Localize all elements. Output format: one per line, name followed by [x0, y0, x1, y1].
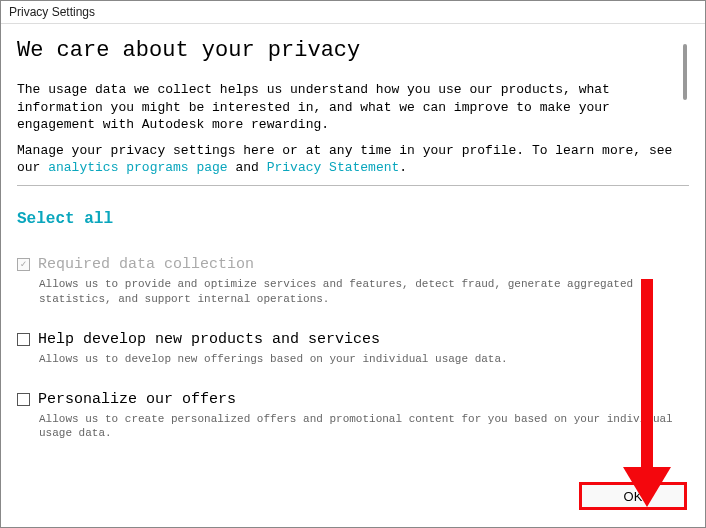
intro-scroll-region: We care about your privacy The usage dat… [17, 38, 689, 186]
analytics-programs-link[interactable]: analytics programs page [48, 160, 227, 175]
required-checkbox: ✓ [17, 258, 30, 271]
develop-title: Help develop new products and services [38, 331, 380, 348]
option-personalize: Personalize our offers Allows us to crea… [17, 391, 689, 442]
personalize-desc: Allows us to create personalized offers … [17, 412, 689, 442]
window-titlebar: Privacy Settings [1, 1, 705, 24]
intro-paragraph-2: Manage your privacy settings here or at … [17, 142, 689, 177]
personalize-checkbox[interactable] [17, 393, 30, 406]
select-all-link[interactable]: Select all [17, 210, 689, 228]
personalize-title: Personalize our offers [38, 391, 236, 408]
option-develop: Help develop new products and services A… [17, 331, 689, 367]
page-heading: We care about your privacy [17, 38, 689, 63]
required-desc: Allows us to provide and optimize servic… [17, 277, 689, 307]
privacy-statement-link[interactable]: Privacy Statement [267, 160, 400, 175]
develop-checkbox[interactable] [17, 333, 30, 346]
dialog-body: We care about your privacy The usage dat… [1, 24, 705, 524]
required-title: Required data collection [38, 256, 254, 273]
ok-button[interactable]: OK [579, 482, 687, 510]
develop-desc: Allows us to develop new offerings based… [17, 352, 689, 367]
intro-paragraph-1: The usage data we collect helps us under… [17, 81, 689, 134]
window-title: Privacy Settings [9, 5, 95, 19]
option-required: ✓ Required data collection Allows us to … [17, 256, 689, 307]
intro-text: The usage data we collect helps us under… [17, 81, 689, 177]
